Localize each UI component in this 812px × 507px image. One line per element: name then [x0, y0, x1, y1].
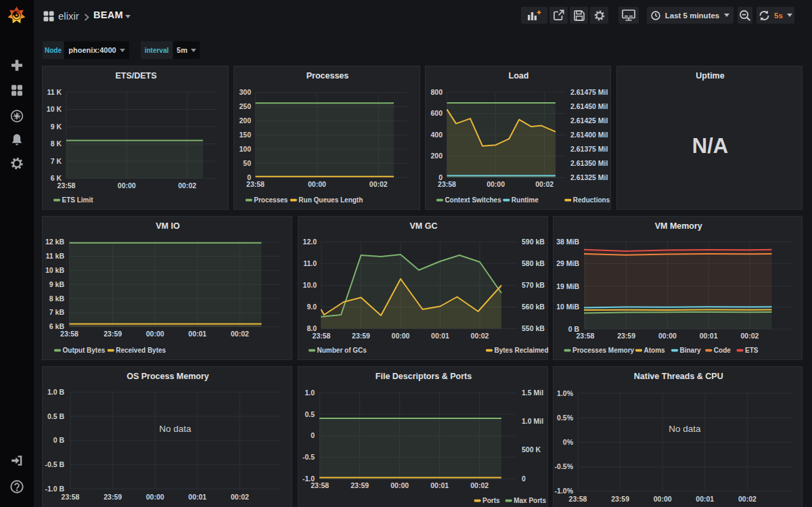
svg-text:Runtime: Runtime	[512, 196, 539, 204]
svg-text:VM GC: VM GC	[409, 221, 437, 231]
svg-text:9 K: 9 K	[51, 123, 62, 131]
svg-text:11 K: 11 K	[47, 88, 62, 96]
svg-text:00:02: 00:02	[470, 332, 489, 340]
svg-text:-1.0 B: -1.0 B	[45, 485, 64, 493]
svg-text:00:02: 00:02	[738, 495, 756, 503]
svg-text:9 kB: 9 kB	[49, 280, 65, 288]
svg-text:10 K: 10 K	[47, 105, 62, 113]
svg-text:9.0: 9.0	[307, 303, 317, 311]
svg-text:38 MiB: 38 MiB	[556, 238, 579, 246]
svg-text:2.61375 Mil: 2.61375 Mil	[570, 145, 608, 153]
svg-text:1.5 Mil: 1.5 Mil	[522, 389, 543, 397]
svg-text:Uptime: Uptime	[696, 71, 724, 81]
svg-text:0: 0	[311, 431, 315, 439]
svg-text:23:58: 23:58	[311, 481, 329, 489]
svg-text:200: 200	[239, 116, 251, 125]
svg-text:-0.5 B: -0.5 B	[45, 460, 64, 468]
svg-text:23:59: 23:59	[352, 332, 370, 340]
svg-text:11 kB: 11 kB	[46, 252, 65, 260]
svg-text:2.61325 Mil: 2.61325 Mil	[570, 173, 608, 181]
svg-text:23:58: 23:58	[58, 181, 76, 190]
svg-text:23:59: 23:59	[104, 330, 122, 338]
svg-text:0.5: 0.5	[304, 410, 315, 418]
svg-text:00:00: 00:00	[146, 493, 164, 501]
svg-text:File Descriptors & Ports: File Descriptors & Ports	[375, 372, 471, 381]
svg-text:00:02: 00:02	[369, 180, 388, 188]
svg-text:10 kB: 10 kB	[45, 266, 64, 274]
svg-text:2.61400 Mil: 2.61400 Mil	[570, 131, 608, 139]
svg-text:00:01: 00:01	[430, 481, 449, 489]
svg-text:00:01: 00:01	[696, 495, 714, 503]
svg-text:00:02: 00:02	[740, 332, 759, 340]
svg-text:250: 250	[239, 102, 251, 110]
svg-text:00:01: 00:01	[699, 332, 717, 340]
svg-text:800: 800	[430, 88, 443, 96]
svg-text:Bytes Reclaimed: Bytes Reclaimed	[494, 347, 548, 354]
svg-text:50: 50	[243, 159, 251, 167]
svg-text:Run Queues Length: Run Queues Length	[298, 196, 363, 204]
svg-text:00:02: 00:02	[178, 181, 196, 190]
svg-text:N/A: N/A	[692, 134, 728, 158]
svg-text:VM IO: VM IO	[156, 221, 180, 231]
svg-text:400: 400	[430, 131, 443, 139]
svg-text:550 kB: 550 kB	[522, 324, 545, 332]
svg-text:00:00: 00:00	[118, 181, 136, 190]
svg-text:00:02: 00:02	[231, 330, 249, 338]
svg-text:No data: No data	[669, 424, 701, 434]
svg-text:7 K: 7 K	[51, 157, 62, 165]
svg-text:29 MiB: 29 MiB	[556, 259, 579, 267]
svg-text:11.0: 11.0	[303, 259, 317, 267]
svg-text:Load: Load	[509, 71, 529, 81]
svg-text:00:00: 00:00	[308, 180, 326, 188]
svg-text:Output Bytes: Output Bytes	[63, 347, 106, 354]
svg-text:1.0 B: 1.0 B	[47, 388, 65, 396]
svg-text:23:59: 23:59	[104, 493, 122, 501]
svg-text:2.61350 Mil: 2.61350 Mil	[570, 159, 608, 167]
svg-text:00:02: 00:02	[535, 180, 554, 188]
svg-text:8 K: 8 K	[51, 139, 62, 148]
svg-text:100: 100	[239, 145, 251, 153]
svg-text:00:00: 00:00	[487, 180, 505, 188]
svg-text:00:00: 00:00	[391, 332, 409, 340]
svg-text:00:02: 00:02	[231, 493, 249, 501]
svg-text:00:00: 00:00	[653, 495, 671, 503]
svg-text:Processes: Processes	[307, 71, 349, 81]
svg-text:0.5 B: 0.5 B	[47, 412, 65, 420]
svg-text:23:59: 23:59	[351, 481, 369, 489]
svg-text:Native Threads & CPU: Native Threads & CPU	[633, 372, 723, 381]
svg-text:19 MiB: 19 MiB	[556, 282, 579, 290]
svg-text:23:58: 23:58	[568, 495, 587, 503]
svg-text:300: 300	[239, 88, 251, 96]
svg-text:00:01: 00:01	[188, 493, 206, 501]
svg-text:23:58: 23:58	[246, 180, 265, 188]
svg-text:0 B: 0 B	[53, 436, 65, 444]
svg-text:00:00: 00:00	[146, 330, 164, 338]
svg-text:580 kB: 580 kB	[522, 259, 545, 267]
svg-text:23:59: 23:59	[611, 495, 629, 503]
svg-text:150: 150	[239, 131, 251, 139]
svg-text:ETS: ETS	[745, 347, 759, 354]
svg-text:Reductions: Reductions	[573, 196, 610, 204]
svg-text:2.61425 Mil: 2.61425 Mil	[570, 116, 608, 125]
svg-text:Code: Code	[713, 347, 730, 354]
svg-text:600: 600	[430, 109, 443, 117]
svg-text:ETS Limit: ETS Limit	[62, 196, 94, 204]
svg-text:Context Switches: Context Switches	[445, 196, 501, 204]
svg-text:8 kB: 8 kB	[49, 294, 65, 303]
svg-text:Received Bytes: Received Bytes	[116, 347, 166, 354]
svg-text:-0.5%: -0.5%	[554, 462, 573, 470]
svg-text:00:01: 00:01	[188, 330, 206, 338]
svg-text:590 kB: 590 kB	[522, 238, 545, 246]
svg-text:00:00: 00:00	[390, 481, 409, 489]
svg-text:0%: 0%	[562, 438, 573, 446]
svg-text:-0.5: -0.5	[302, 453, 314, 461]
svg-text:00:02: 00:02	[470, 481, 489, 489]
svg-text:23:58: 23:58	[62, 493, 80, 501]
svg-text:Atoms: Atoms	[644, 347, 665, 354]
svg-text:VM Memory: VM Memory	[654, 221, 702, 231]
svg-text:1.0: 1.0	[304, 389, 315, 397]
svg-text:1.0%: 1.0%	[557, 389, 574, 397]
svg-text:200: 200	[430, 152, 443, 160]
svg-text:OS Process Memory: OS Process Memory	[127, 372, 209, 381]
svg-text:0: 0	[522, 475, 526, 483]
